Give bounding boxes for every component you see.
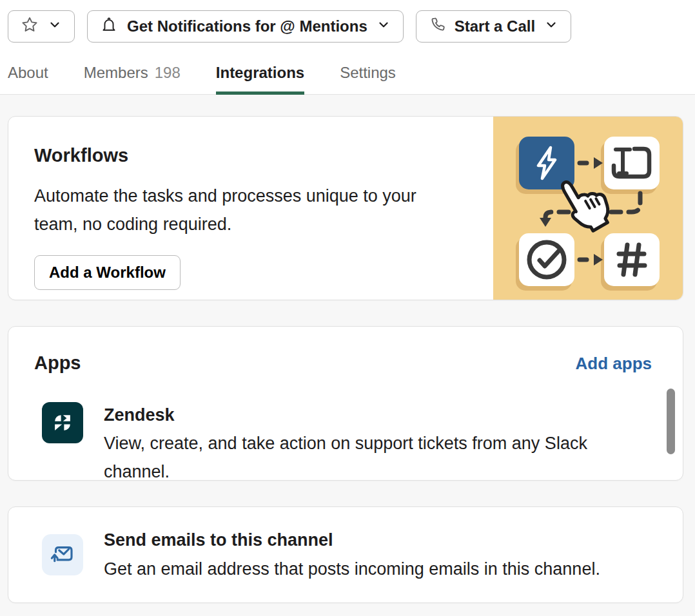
tab-members-count: 198 (155, 64, 181, 82)
star-icon (21, 15, 39, 37)
send-emails-title: Send emails to this channel (104, 527, 600, 553)
add-workflow-button[interactable]: Add a Workflow (34, 255, 181, 290)
chevron-down-icon (48, 17, 62, 35)
workflow-illustration (493, 116, 683, 300)
dashed-arrow-bottom (580, 254, 603, 265)
check-tile (519, 233, 574, 286)
workflows-title: Workflows (34, 145, 479, 166)
toolbar: Get Notifications for @ Mentions Start a… (8, 10, 687, 43)
send-emails-description: Get an email address that posts incoming… (104, 555, 600, 582)
workflows-description: Automate the tasks and processes unique … (34, 182, 460, 238)
zendesk-app-icon (42, 402, 83, 443)
apps-title: Apps (34, 352, 81, 374)
workflow-illustration-graphic (493, 116, 683, 300)
star-channel-button[interactable] (8, 10, 75, 43)
tab-settings[interactable]: Settings (340, 56, 396, 95)
channel-details-header: Get Notifications for @ Mentions Start a… (0, 0, 695, 95)
app-row-zendesk[interactable]: Zendesk View, create, and take action on… (34, 402, 652, 481)
add-apps-link[interactable]: Add apps (576, 354, 652, 374)
tab-integrations[interactable]: Integrations (216, 56, 304, 95)
chevron-down-icon (377, 17, 391, 35)
bell-icon (100, 15, 118, 37)
tab-about[interactable]: About (8, 56, 48, 95)
tab-members[interactable]: Members 198 (84, 56, 181, 95)
dashed-arrow-top (580, 157, 603, 169)
tab-integrations-label: Integrations (216, 64, 304, 82)
notifications-button[interactable]: Get Notifications for @ Mentions (87, 10, 404, 43)
integrations-panel: Workflows Automate the tasks and process… (0, 95, 695, 603)
app-description: View, create, and take action on support… (104, 429, 639, 481)
workflows-card: Workflows Automate the tasks and process… (8, 116, 683, 300)
start-call-button[interactable]: Start a Call (416, 10, 571, 43)
apps-scrollbar-thumb[interactable] (667, 389, 675, 454)
start-call-button-label: Start a Call (455, 17, 535, 35)
tab-members-label: Members (84, 64, 148, 82)
hash-tile (604, 233, 660, 286)
zendesk-logo-icon (50, 410, 75, 435)
app-name: Zendesk (104, 402, 639, 428)
incoming-email-icon (42, 534, 83, 575)
chevron-down-icon (544, 17, 558, 35)
text-element-tile (604, 137, 660, 189)
send-emails-card[interactable]: Send emails to this channel Get an email… (8, 506, 683, 603)
notifications-button-label: Get Notifications for @ Mentions (127, 17, 367, 35)
tab-about-label: About (8, 64, 48, 82)
tab-bar: About Members 198 Integrations Settings (8, 56, 687, 94)
phone-icon (429, 16, 445, 37)
tab-settings-label: Settings (340, 64, 396, 82)
apps-card: Apps Add apps Zendesk View, create, and … (8, 326, 683, 481)
